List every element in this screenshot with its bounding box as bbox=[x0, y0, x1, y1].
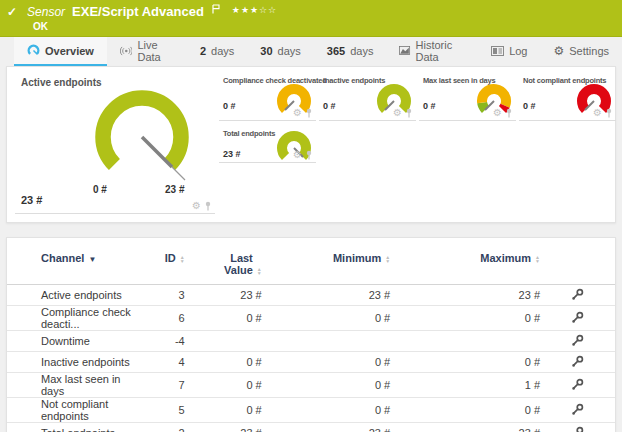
channel-name: Downtime bbox=[7, 331, 146, 352]
channel-settings-wrench-icon[interactable] bbox=[571, 378, 584, 391]
channel-name: Inactive endpoints bbox=[7, 352, 146, 373]
live-data-icon bbox=[120, 45, 133, 57]
channel-last-value: 0 # bbox=[185, 398, 262, 423]
gauge-scale-min: 0 # bbox=[93, 184, 107, 195]
channel-minimum: 23 # bbox=[262, 285, 390, 306]
channel-maximum: 23 # bbox=[390, 423, 540, 432]
channel-id: -4 bbox=[146, 331, 185, 352]
gauge-value: 23 # bbox=[21, 194, 42, 206]
gauge-settings-gear-icon[interactable]: ⚙ bbox=[593, 108, 602, 118]
channel-minimum: 0 # bbox=[262, 306, 390, 331]
active-endpoints-gauge[interactable] bbox=[87, 82, 197, 192]
sort-icon: ▲▼ bbox=[385, 255, 390, 263]
channel-id: 7 bbox=[146, 373, 185, 398]
column-label: Minimum bbox=[333, 252, 381, 264]
table-row: Compliance check deacti... 6 0 # 0 # 0 # bbox=[7, 306, 615, 331]
gauge-value: 23 # bbox=[223, 149, 241, 159]
pin-icon[interactable] bbox=[505, 108, 513, 118]
gauge-value: 0 # bbox=[423, 101, 436, 111]
channel-settings-wrench-icon[interactable] bbox=[571, 311, 584, 324]
pin-icon[interactable] bbox=[305, 108, 313, 118]
table-row: Inactive endpoints 4 0 # 0 # 0 # bbox=[7, 352, 615, 373]
flag-icon[interactable] bbox=[212, 0, 220, 18]
tab-label: Log bbox=[509, 45, 527, 57]
channel-settings-wrench-icon[interactable] bbox=[571, 355, 584, 368]
tab-historic-data[interactable]: Historic Data bbox=[386, 37, 478, 66]
gauge-settings-gear-icon[interactable]: ⚙ bbox=[393, 108, 402, 118]
column-header-minimum[interactable]: Minimum▲▼ bbox=[262, 248, 390, 285]
gauge-cell-inactive-endpoints: Inactive endpoints 0 # ⚙ bbox=[319, 72, 416, 121]
sort-icon: ▲▼ bbox=[180, 255, 185, 263]
channel-settings-wrench-icon[interactable] bbox=[571, 403, 584, 416]
gauge-value: 0 # bbox=[223, 101, 236, 111]
channel-id: 5 bbox=[146, 398, 185, 423]
channel-maximum: 0 # bbox=[390, 352, 540, 373]
channel-id: 3 bbox=[146, 285, 185, 306]
channel-settings-wrench-icon[interactable] bbox=[571, 334, 584, 347]
gauges-panel: Active endpoints 0 # 23 # 23 # ⚙ Complia… bbox=[6, 66, 616, 223]
channel-last-value bbox=[185, 331, 262, 352]
channels-panel: Channel▼ ID▲▼ Last Value▲▼ Minimum▲▼ Max… bbox=[6, 237, 616, 432]
tab-2-days[interactable]: 2days bbox=[187, 37, 247, 66]
total-endpoints-gauge[interactable] bbox=[274, 127, 314, 167]
tab-settings[interactable]: ⚙ Settings bbox=[540, 37, 622, 66]
gauge-settings-gear-icon[interactable]: ⚙ bbox=[493, 108, 502, 118]
channel-minimum: 23 # bbox=[262, 423, 390, 432]
column-header-last-value[interactable]: Last Value▲▼ bbox=[185, 248, 262, 285]
pin-icon[interactable] bbox=[605, 108, 613, 118]
sensor-title: EXE/Script Advanced bbox=[72, 4, 204, 19]
gauge-settings-gear-icon[interactable]: ⚙ bbox=[293, 150, 302, 160]
channel-name: Not compliant endpoints bbox=[7, 398, 146, 423]
gauge-needle-tip bbox=[172, 167, 185, 180]
tab-label: days bbox=[278, 45, 301, 57]
tab-log[interactable]: Log bbox=[478, 37, 540, 66]
gear-icon: ⚙ bbox=[553, 44, 564, 58]
sort-desc-icon: ▼ bbox=[88, 255, 96, 264]
gauge-value: 0 # bbox=[523, 101, 536, 111]
channel-settings-wrench-icon[interactable] bbox=[571, 288, 584, 301]
column-label: Maximum bbox=[480, 252, 531, 264]
tab-live-data[interactable]: Live Data bbox=[107, 37, 187, 66]
sensor-header: ✓ Sensor EXE/Script Advanced ★★★☆☆ OK bbox=[0, 0, 622, 37]
channel-name: Max last seen in days bbox=[7, 373, 146, 398]
tab-30-days[interactable]: 30days bbox=[247, 37, 314, 66]
column-label: Last Value bbox=[215, 252, 253, 276]
gauge-cell-total-endpoints: Total endpoints 23 # ⚙ bbox=[219, 125, 316, 163]
tab-365-days[interactable]: 365days bbox=[314, 37, 387, 66]
gauge-value: 0 # bbox=[323, 101, 336, 111]
gauge-settings-gear-icon[interactable]: ⚙ bbox=[293, 108, 302, 118]
channel-maximum: 0 # bbox=[390, 398, 540, 423]
gauge-needle bbox=[142, 137, 172, 167]
priority-stars[interactable]: ★★★☆☆ bbox=[232, 5, 277, 15]
channels-table: Channel▼ ID▲▼ Last Value▲▼ Minimum▲▼ Max… bbox=[7, 248, 615, 432]
gauge-cell-not-compliant: Not compliant endpoints 0 # ⚙ bbox=[519, 72, 616, 121]
channel-last-value: 0 # bbox=[185, 306, 262, 331]
tab-bar: Overview Live Data 2days 30days 365days … bbox=[0, 37, 622, 66]
tab-overview[interactable]: Overview bbox=[14, 37, 107, 66]
channel-last-value: 23 # bbox=[185, 423, 262, 432]
gauge-cell-compliance-check: Compliance check deactivated 0 # ⚙ bbox=[219, 72, 316, 121]
gauge-settings-gear-icon[interactable]: ⚙ bbox=[192, 201, 201, 211]
gauge-title: Total endpoints bbox=[223, 129, 275, 138]
tab-label: Historic Data bbox=[416, 39, 466, 63]
pin-icon[interactable] bbox=[305, 150, 313, 160]
column-header-maximum[interactable]: Maximum▲▼ bbox=[390, 248, 540, 285]
channel-id: 2 bbox=[146, 423, 185, 432]
channel-settings-wrench-icon[interactable] bbox=[571, 426, 584, 432]
pin-icon[interactable] bbox=[204, 201, 212, 211]
table-row: Active endpoints 3 23 # 23 # 23 # bbox=[7, 285, 615, 306]
channel-maximum bbox=[390, 331, 540, 352]
tab-label: Live Data bbox=[137, 39, 174, 63]
column-header-channel[interactable]: Channel▼ bbox=[7, 248, 146, 285]
table-row: Total endpoints 2 23 # 23 # 23 # bbox=[7, 423, 615, 432]
pin-icon[interactable] bbox=[405, 108, 413, 118]
tab-label: days bbox=[211, 45, 234, 57]
sort-icon: ▲▼ bbox=[535, 255, 540, 263]
channel-minimum: 0 # bbox=[262, 398, 390, 423]
column-header-id[interactable]: ID▲▼ bbox=[146, 248, 185, 285]
sensor-status-badge: OK bbox=[33, 21, 48, 32]
tab-label: Settings bbox=[569, 45, 609, 57]
tab-label: Overview bbox=[45, 45, 94, 57]
channel-last-value: 0 # bbox=[185, 373, 262, 398]
channel-minimum bbox=[262, 331, 390, 352]
